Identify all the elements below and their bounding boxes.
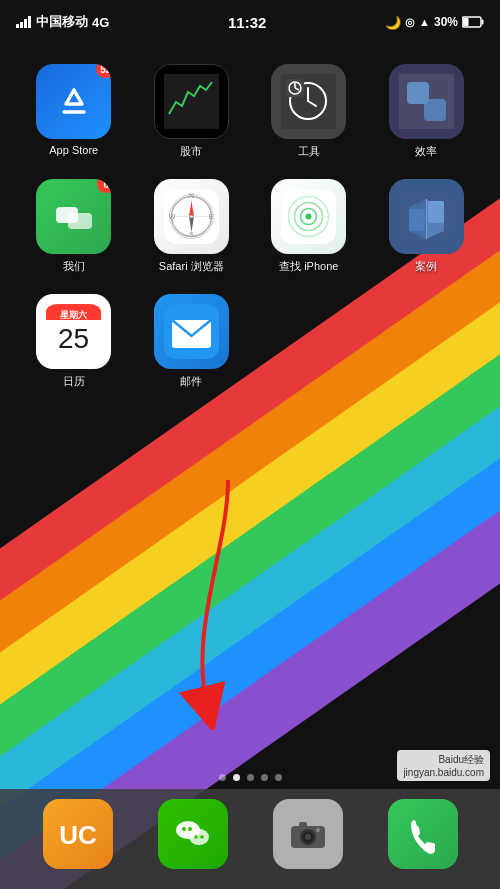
appstore-label: App Store [49, 144, 98, 156]
battery-icon [462, 16, 484, 28]
svg-rect-3 [28, 16, 31, 28]
uc-icon: UC [43, 799, 113, 869]
svg-point-56 [194, 835, 198, 839]
dock-wechat[interactable] [158, 799, 228, 869]
watermark-line1: Baidu经验 [403, 753, 484, 767]
app-case[interactable]: 案例 [373, 179, 481, 274]
app-appstore[interactable]: 52 App Store [20, 64, 128, 159]
moon-icon: 🌙 [385, 15, 401, 30]
stocks-icon [154, 64, 229, 139]
app-grid: 52 App Store 股市 [0, 54, 500, 399]
svg-rect-6 [481, 20, 483, 25]
dock: UC [0, 789, 500, 889]
svg-text:25: 25 [58, 323, 89, 354]
tools-icon [271, 64, 346, 139]
baidu-watermark: Baidu经验 jingyan.baidu.com [397, 750, 490, 781]
watermark-line2: jingyan.baidu.com [403, 767, 484, 778]
svg-point-57 [200, 835, 204, 839]
battery-area: 🌙 ◎ ▲ 30% [385, 15, 484, 30]
app-calendar[interactable]: 星期六 25 日历 [20, 294, 128, 389]
tools-label: 工具 [298, 144, 320, 159]
app-mail[interactable]: 邮件 [138, 294, 246, 389]
calendar-label: 日历 [63, 374, 85, 389]
svg-rect-2 [24, 19, 27, 28]
svg-text:W: W [168, 213, 175, 220]
dock-uc[interactable]: UC [43, 799, 113, 869]
battery-percent: 30% [434, 15, 458, 29]
stocks-label: 股市 [180, 144, 202, 159]
app-safari[interactable]: N S W E Safari 浏览器 [138, 179, 246, 274]
svg-point-63 [316, 828, 320, 832]
carrier-label: 中国移动 [36, 13, 88, 31]
wemen-badge: 6 [97, 179, 111, 193]
network-type: 4G [92, 15, 109, 30]
wifi-icon: ▲ [419, 16, 430, 28]
svg-text:S: S [189, 231, 194, 238]
safari-icon: N S W E [154, 179, 229, 254]
svg-text:N: N [189, 192, 194, 199]
findphone-icon [271, 179, 346, 254]
svg-rect-0 [16, 24, 19, 28]
svg-rect-5 [463, 18, 469, 26]
time-display: 11:32 [228, 14, 266, 31]
app-efficiency[interactable]: 效率 [373, 64, 481, 159]
svg-point-36 [306, 214, 312, 220]
appstore-icon: 52 [36, 64, 111, 139]
svg-text:UC: UC [59, 820, 97, 850]
svg-rect-20 [68, 213, 92, 229]
svg-point-54 [182, 827, 186, 831]
efficiency-icon [389, 64, 464, 139]
svg-text:E: E [208, 213, 213, 220]
app-wemen[interactable]: 6 我们 [20, 179, 128, 274]
case-label: 案例 [415, 259, 437, 274]
carrier-info: 中国移动 4G [16, 13, 109, 31]
svg-rect-18 [424, 99, 446, 121]
page-dot-3 [247, 774, 254, 781]
status-bar: 中国移动 4G 11:32 🌙 ◎ ▲ 30% [0, 0, 500, 44]
location-icon: ◎ [405, 16, 415, 29]
dock-phone[interactable] [388, 799, 458, 869]
signal-icon [16, 16, 32, 28]
camera-icon [273, 799, 343, 869]
wemen-label: 我们 [63, 259, 85, 274]
dock-camera[interactable] [273, 799, 343, 869]
svg-point-55 [188, 827, 192, 831]
page-dot-1 [219, 774, 226, 781]
page-dot-5 [275, 774, 282, 781]
wechat-icon [158, 799, 228, 869]
case-icon [389, 179, 464, 254]
calendar-icon: 星期六 25 [36, 294, 111, 369]
page-dot-2 [233, 774, 240, 781]
safari-label: Safari 浏览器 [159, 259, 224, 274]
wemen-icon: 6 [36, 179, 111, 254]
svg-point-53 [189, 829, 209, 845]
svg-rect-62 [299, 822, 307, 827]
svg-text:星期六: 星期六 [59, 309, 88, 320]
phone-icon [388, 799, 458, 869]
appstore-badge: 52 [96, 64, 111, 78]
mail-icon [154, 294, 229, 369]
app-tools[interactable]: 工具 [255, 64, 363, 159]
mail-label: 邮件 [180, 374, 202, 389]
page-dot-4 [261, 774, 268, 781]
findphone-label: 查找 iPhone [279, 259, 338, 274]
svg-rect-1 [20, 22, 23, 28]
app-findphone[interactable]: 查找 iPhone [255, 179, 363, 274]
efficiency-label: 效率 [415, 144, 437, 159]
svg-point-61 [305, 834, 311, 840]
app-stocks[interactable]: 股市 [138, 64, 246, 159]
